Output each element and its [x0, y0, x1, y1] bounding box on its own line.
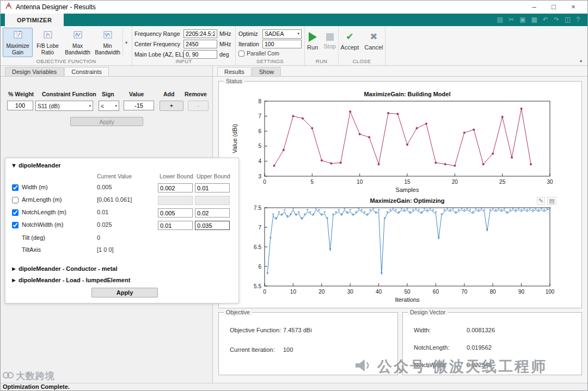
frequency-range-label: Frequency Range [134, 30, 183, 37]
min-bandwidth-button[interactable]: Min Bandwidth [93, 28, 122, 57]
chart-export-icon[interactable]: ▤ [547, 197, 556, 205]
cut-icon[interactable]: ✂ [509, 14, 514, 26]
maximize-gain-button[interactable]: Maximize Gain [3, 28, 33, 57]
stop-button[interactable]: Stop [321, 30, 338, 53]
constraints-apply-button[interactable]: Apply [70, 117, 143, 126]
tab-constraints[interactable]: Constraints [64, 67, 109, 76]
svg-text:*: * [418, 208, 420, 214]
tab-results[interactable]: Results [217, 67, 252, 76]
fb-lobe-ratio-button[interactable]: F/B Lobe Ratio [33, 28, 63, 57]
svg-text:Value (dBi): Value (dBi) [231, 124, 238, 153]
variables-apply-button[interactable]: Apply [91, 288, 158, 297]
notchlength-lower-input[interactable] [158, 208, 193, 218]
svg-text:*: * [446, 207, 448, 213]
tab-design-variables[interactable]: Design Variables [5, 67, 64, 76]
save-icon[interactable]: ▤ [497, 14, 503, 26]
tab-optimizer[interactable]: OPTIMIZER [5, 14, 64, 26]
chevron-down-icon: ▾ [125, 40, 127, 45]
section-objective-function: Maximize Gain F/B Lobe Ratio Max Bandwid… [1, 26, 132, 65]
objective-function-value: 7.4573 dBi [283, 327, 312, 333]
maximize-button[interactable]: □ [544, 1, 564, 13]
svg-text:*: * [346, 210, 348, 216]
svg-text:20: 20 [452, 179, 458, 185]
svg-text:*: * [409, 210, 411, 216]
frequency-range-input[interactable] [183, 29, 217, 38]
svg-text:*: * [440, 213, 443, 219]
remove-constraint-button[interactable]: - [188, 101, 209, 111]
center-frequency-label: Center Frequency [134, 41, 183, 47]
svg-text:*: * [303, 213, 305, 219]
dipolemeander-tree-toggle[interactable]: ▼ dipoleMeander [11, 162, 61, 169]
notchwidth-upper-input[interactable] [195, 221, 230, 230]
objective-function-label: Objective Function: [230, 327, 281, 333]
parallel-computing-label: Parallel Com [247, 50, 279, 57]
svg-text:*: * [341, 213, 343, 219]
svg-text:*: * [386, 210, 388, 216]
width-upper-input[interactable] [195, 183, 230, 193]
notchlength-checkbox[interactable] [12, 209, 19, 216]
run-button[interactable]: Run [305, 30, 320, 53]
constraint-function-select[interactable]: S11 (dB) ▾ [35, 101, 93, 111]
maximize-gain-icon [14, 30, 22, 41]
svg-text:*: * [469, 208, 471, 214]
redo-icon[interactable]: ↷ [554, 14, 559, 26]
main-lobe-input[interactable] [183, 50, 217, 59]
svg-text:*: * [292, 207, 294, 213]
layout-icon[interactable]: ◫ [565, 14, 571, 26]
chart-brush-icon[interactable]: ✎ [537, 197, 545, 205]
svg-text:*: * [309, 210, 311, 216]
svg-text:*: * [492, 207, 494, 213]
svg-text:*: * [383, 216, 385, 222]
help-icon[interactable]: ? [576, 14, 580, 26]
svg-text:*: * [494, 208, 497, 214]
collapse-ribbon-icon[interactable]: ▲ [579, 58, 583, 63]
svg-text:*: * [378, 208, 380, 214]
minimize-button[interactable]: – [524, 1, 544, 13]
svg-text:30: 30 [347, 289, 354, 295]
copy-icon[interactable]: ▣ [519, 14, 525, 26]
svg-text:*: * [472, 210, 474, 216]
weight-input[interactable] [7, 101, 33, 110]
iterations-input[interactable] [262, 40, 302, 48]
svg-text:*: * [503, 207, 505, 213]
sign-select[interactable]: < ▾ [99, 101, 119, 111]
optimizer-select[interactable]: SADEA ▾ [262, 29, 302, 39]
constraint-value-input[interactable] [124, 101, 154, 110]
svg-text:*: * [392, 207, 394, 213]
armlength-checkbox[interactable] [12, 197, 19, 203]
svg-text:*: * [266, 271, 268, 277]
objective-gallery-dropdown[interactable]: ▾ [122, 28, 130, 57]
width-lower-input[interactable] [158, 183, 193, 193]
parallel-computing-checkbox[interactable] [238, 51, 244, 57]
notchwidth-checkbox[interactable] [12, 222, 19, 228]
width-checkbox[interactable] [12, 184, 19, 191]
paste-icon[interactable]: ▦ [531, 14, 537, 26]
svg-text:*: * [520, 208, 523, 214]
cancel-x-icon: ✖ [370, 32, 377, 42]
add-constraint-button[interactable]: + [160, 101, 183, 111]
variable-row-notchlength: NotchLength (m) 0.01 [5, 208, 238, 219]
section-label-run: RUN [305, 58, 338, 64]
center-frequency-input[interactable] [183, 40, 217, 48]
svg-text:*: * [403, 208, 406, 214]
undo-icon[interactable]: ↶ [543, 14, 548, 26]
max-bandwidth-button[interactable]: Max Bandwidth [63, 28, 93, 57]
cancel-button[interactable]: ✖ Cancel [362, 30, 385, 53]
notchlength-upper-input[interactable] [195, 208, 230, 218]
tab-show[interactable]: Show [252, 67, 281, 76]
svg-text:*: * [289, 213, 291, 219]
svg-text:*: * [358, 207, 360, 213]
min-bandwidth-icon [103, 30, 112, 41]
load-section-toggle[interactable]: ► dipoleMeander - Load - lumpedElement [11, 277, 130, 283]
col-lower-bound: Lower Bound [160, 173, 193, 179]
svg-text:*: * [514, 208, 517, 214]
accept-button[interactable]: ✔ Accept [339, 30, 362, 53]
svg-text:*: * [415, 207, 417, 213]
notchwidth-lower-input[interactable] [158, 221, 193, 230]
section-input: Frequency Range MHz Center Frequency MHz… [132, 26, 236, 65]
conductor-section-toggle[interactable]: ► dipoleMeander - Conductor - metal [11, 265, 117, 272]
fb-lobe-ratio-icon [44, 30, 52, 41]
close-button[interactable]: × [564, 1, 583, 13]
objective-group-label: Objective [224, 309, 252, 315]
svg-text:*: * [375, 210, 377, 216]
